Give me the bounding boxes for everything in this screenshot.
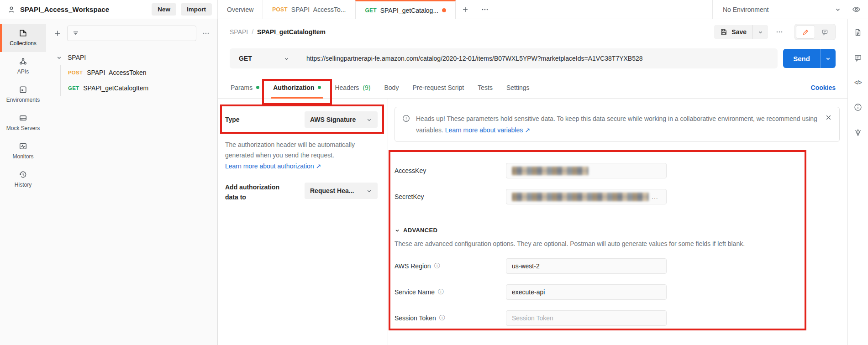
breadcrumb-collection[interactable]: SPAPI (230, 28, 248, 36)
chevron-down-icon (284, 56, 289, 62)
warning-icon (402, 113, 410, 136)
edit-comment-toggle (794, 24, 836, 40)
tab-tests[interactable]: Tests (471, 77, 500, 98)
request-options-icon[interactable] (775, 28, 784, 36)
collections-filter-input[interactable] (67, 26, 196, 41)
tab-authorization[interactable]: Authorization (266, 77, 328, 98)
service-name-input[interactable] (506, 284, 667, 300)
method-value: GET (239, 55, 252, 62)
secretkey-label: SecretKey (395, 193, 506, 200)
add-to-label: Add authorization data to (225, 183, 294, 202)
send-button[interactable]: Send (783, 49, 820, 68)
tab-label: Settings (506, 84, 530, 91)
sensitive-data-banner: Heads up! These parameters hold sensitiv… (395, 107, 840, 142)
has-values-dot (256, 86, 259, 89)
comments-icon[interactable] (854, 54, 862, 62)
add-collection-button[interactable] (53, 29, 62, 37)
cookies-link[interactable]: Cookies (811, 84, 836, 91)
info-icon: ⓘ (439, 314, 445, 322)
secretkey-field[interactable]: ... (506, 189, 667, 204)
auth-type-column: Type AWS Signature The authorization hea… (218, 99, 388, 345)
session-token-input[interactable] (506, 310, 667, 326)
tab-params[interactable]: Params (230, 77, 266, 98)
url-input[interactable]: https://sellingpartnerapi-fe.amazon.com/… (297, 55, 652, 62)
tab-pre-request-script[interactable]: Pre-request Script (405, 77, 471, 98)
accesskey-row: AccessKey (395, 163, 847, 178)
environment-quick-look-eye-icon[interactable] (852, 5, 861, 14)
method-badge: POST (272, 6, 287, 13)
close-icon[interactable] (825, 113, 832, 136)
top-bar: SPAPI_Access_Workspace New Import Overvi… (0, 0, 868, 19)
right-utility-rail: </> (847, 19, 868, 345)
sidebar-item-apis[interactable]: APIs (0, 52, 46, 80)
comment-mode-button[interactable] (815, 26, 834, 38)
send-options-chevron[interactable] (820, 49, 836, 68)
advanced-section-header[interactable]: ADVANCED (395, 227, 847, 234)
workspace-name[interactable]: SPAPI_Access_Workspace (20, 5, 109, 13)
send-button-group: Send (783, 49, 836, 68)
panel-options-icon[interactable] (202, 29, 210, 37)
tab-label: Pre-request Script (412, 84, 464, 91)
sidebar-item-mock-servers[interactable]: Mock Servers (0, 109, 46, 137)
sidebar-item-monitors[interactable]: Monitors (0, 137, 46, 165)
request-item-spapi-accesstoken[interactable]: POST SPAPI_AccessToken (61, 65, 217, 80)
save-label: Save (731, 28, 747, 36)
sidebar-item-history[interactable]: History (0, 165, 46, 193)
chevron-down-icon (395, 228, 400, 233)
breadcrumb-request-name[interactable]: SPAPI_getCatalogItem (257, 28, 326, 36)
accesskey-field[interactable] (506, 163, 667, 178)
tab-body[interactable]: Body (378, 77, 406, 98)
advanced-description: These are advanced configuration options… (395, 240, 847, 247)
method-badge: POST (68, 70, 83, 75)
comment-icon (821, 29, 828, 36)
breadcrumb: SPAPI / SPAPI_getCatalogItem Save (218, 19, 847, 45)
unsaved-indicator (442, 8, 446, 12)
save-button[interactable]: Save (714, 25, 752, 39)
chevron-down-icon (366, 188, 372, 194)
sidebar-item-collections[interactable]: Collections (0, 24, 46, 52)
learn-more-variables-link[interactable]: Learn more about variables ↗ (445, 126, 530, 134)
tab-settings[interactable]: Settings (500, 77, 537, 98)
tab-options-icon[interactable] (475, 0, 495, 19)
request-name: SPAPI_AccessToken (87, 69, 146, 76)
accesskey-label: AccessKey (395, 167, 506, 174)
chevron-down-icon (835, 6, 841, 13)
new-tab-button[interactable] (456, 0, 475, 19)
hint-lightbulb-icon[interactable] (854, 129, 862, 137)
code-icon[interactable]: </> (854, 79, 862, 86)
tab-spapi-accesstoken[interactable]: POST SPAPI_AccessTo... (263, 0, 355, 19)
save-options-chevron[interactable] (752, 25, 768, 39)
rail-label: Mock Servers (6, 125, 40, 131)
service-name-row: Service Name ⓘ (395, 284, 847, 300)
add-to-dropdown[interactable]: Request Hea... (305, 183, 378, 199)
tab-headers[interactable]: Headers (9) (328, 77, 377, 98)
workspace-header: SPAPI_Access_Workspace New Import (0, 0, 218, 19)
method-dropdown[interactable]: GET (230, 48, 297, 68)
collection-spapi[interactable]: SPAPI (46, 50, 217, 65)
edit-mode-button[interactable] (796, 26, 815, 38)
request-config-tabs: Params Authorization Headers (9) Body (218, 77, 847, 99)
tab-overview[interactable]: Overview (218, 0, 263, 19)
tab-label: Params (231, 84, 253, 91)
pencil-icon (802, 29, 809, 36)
sidebar-item-environments[interactable]: Environments (0, 80, 46, 109)
learn-more-authorization-link[interactable]: Learn more about authorization ↗ (225, 162, 321, 170)
documentation-icon[interactable] (854, 28, 862, 37)
auth-type-value: AWS Signature (310, 116, 356, 123)
info-icon[interactable] (854, 103, 862, 111)
aws-region-input[interactable] (506, 258, 667, 274)
tab-spapi-getcatalogitem[interactable]: GET SPAPI_getCatalog... (355, 0, 456, 19)
auth-type-dropdown[interactable]: AWS Signature (305, 111, 378, 128)
secretkey-row: SecretKey ... (395, 189, 847, 204)
rail-label: Monitors (12, 153, 33, 160)
request-item-spapi-getcatalogitem[interactable]: GET SPAPI_getCatalogItem (61, 80, 217, 96)
session-token-label: Session Token (395, 314, 436, 322)
environment-selector[interactable]: No Environment (720, 6, 844, 13)
import-button[interactable]: Import (181, 3, 212, 16)
method-badge: GET (68, 85, 79, 91)
mock-servers-icon (19, 114, 27, 122)
new-button[interactable]: New (152, 3, 176, 16)
request-tabs-strip: Overview POST SPAPI_AccessTo... GET SPAP… (218, 0, 712, 19)
method-badge: GET (365, 7, 376, 14)
tab-label: SPAPI_AccessTo... (291, 6, 346, 13)
